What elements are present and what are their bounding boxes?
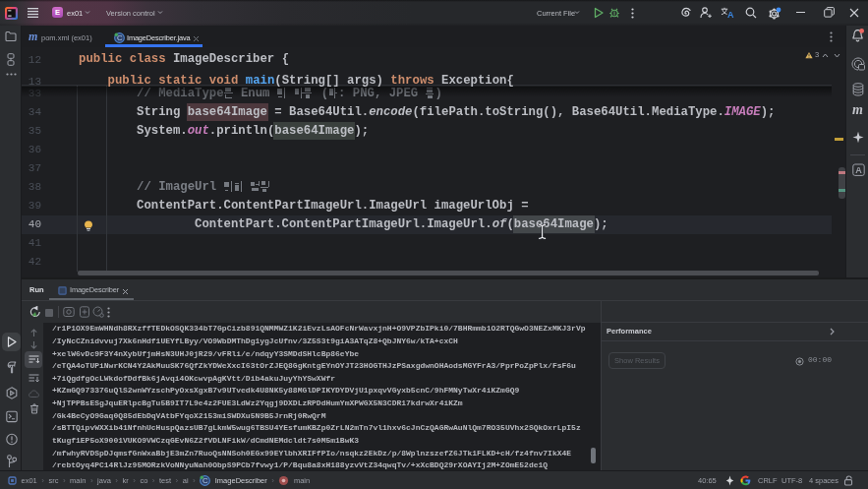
- svg-text:A: A: [727, 10, 734, 19]
- svg-text:A: A: [855, 165, 862, 175]
